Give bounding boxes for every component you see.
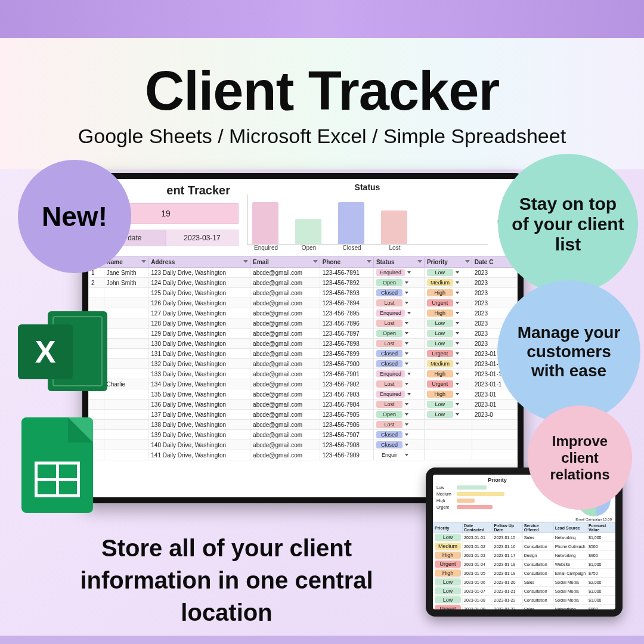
priority-pill[interactable]: High	[435, 552, 461, 559]
priority-pill[interactable]: Low	[427, 401, 453, 408]
priority-pill[interactable]: Low	[427, 330, 453, 337]
table-row[interactable]: Low2023-01-012023-01-15SalesNetworking$1…	[434, 533, 615, 542]
chevron-down-icon[interactable]	[456, 352, 459, 355]
chevron-down-icon[interactable]	[405, 332, 408, 335]
priority-pill[interactable]: High	[427, 391, 453, 398]
col-header[interactable]: Service Offered	[522, 523, 553, 533]
priority-pill[interactable]: Urgent	[427, 350, 453, 357]
chevron-down-icon[interactable]	[405, 454, 408, 456]
col-header[interactable]: Email	[250, 257, 320, 268]
status-pill[interactable]: Enquired	[376, 370, 405, 377]
priority-pill[interactable]: Low	[435, 596, 461, 603]
table-row[interactable]: 131 Daily Drive, Washingtonabcde@gmail.c…	[89, 349, 518, 359]
table-row[interactable]: 132 Daily Drive, Washingtonabcde@gmail.c…	[89, 359, 518, 369]
filter-icon[interactable]	[417, 260, 422, 263]
chevron-down-icon[interactable]	[405, 352, 408, 355]
status-pill[interactable]: Lost	[376, 401, 402, 408]
chevron-down-icon[interactable]	[407, 373, 411, 375]
priority-pill[interactable]: Low	[427, 269, 453, 276]
table-row[interactable]: Medium2023-01-022023-01-16ConsultationPh…	[434, 542, 615, 551]
table-row[interactable]: Low2023-01-082023-01-22ConsultationSocia…	[434, 596, 615, 605]
priority-pill[interactable]: Urgent	[427, 299, 453, 306]
priority-pill[interactable]: Low	[435, 578, 461, 586]
priority-pill[interactable]: Medium	[427, 360, 453, 367]
priority-pill[interactable]: High	[427, 289, 453, 296]
col-header[interactable]: Follow Up Date	[493, 523, 522, 533]
table-row[interactable]: 128 Daily Drive, Washingtonabcde@gmail.c…	[89, 318, 518, 329]
chevron-down-icon[interactable]	[456, 302, 459, 304]
priority-pill[interactable]: Low	[427, 340, 453, 347]
chevron-down-icon[interactable]	[456, 271, 459, 274]
col-header[interactable]: Priority	[434, 523, 463, 533]
col-header[interactable]: Date Contacted	[463, 523, 493, 533]
chevron-down-icon[interactable]	[456, 312, 459, 314]
table-row[interactable]: 126 Daily Drive, Washingtonabcde@gmail.c…	[89, 298, 518, 308]
col-header[interactable]: Forecast Value	[587, 523, 615, 533]
table-row[interactable]: 2John Smith124 Daily Drive, Washingtonab…	[89, 278, 518, 288]
table-row[interactable]: 12Charlie134 Daily Drive, Washingtonabcd…	[89, 379, 518, 389]
priority-pill[interactable]: Urgent	[427, 380, 453, 388]
priority-pill[interactable]: Urgent	[435, 605, 461, 609]
table-row[interactable]: 136 Daily Drive, Washingtonabcde@gmail.c…	[89, 400, 518, 410]
priority-pill[interactable]: High	[435, 569, 461, 577]
table-row[interactable]: 138 Daily Drive, Washingtonabcde@gmail.c…	[89, 420, 518, 430]
priority-pill[interactable]: Low	[435, 534, 461, 541]
chevron-down-icon[interactable]	[405, 423, 408, 426]
table-row[interactable]: 127 Daily Drive, Washingtonabcde@gmail.c…	[89, 308, 518, 318]
status-pill[interactable]: Enquir	[376, 451, 402, 459]
chevron-down-icon[interactable]	[456, 403, 459, 405]
table-row[interactable]: Urgent2023-01-042023-01-18ConsultationWe…	[434, 560, 615, 569]
table-row[interactable]: High2023-01-032023-01-17DesignNetworking…	[434, 551, 615, 560]
chevron-down-icon[interactable]	[456, 363, 459, 365]
status-pill[interactable]: Lost	[376, 320, 402, 327]
status-pill[interactable]: Lost	[376, 421, 402, 428]
priority-pill[interactable]: Low	[427, 320, 453, 327]
chevron-down-icon[interactable]	[456, 373, 459, 375]
table-row[interactable]: 133 Daily Drive, Washingtonabcde@gmail.c…	[89, 369, 518, 379]
table-row[interactable]: Low2023-01-062023-01-20SalesSocial Media…	[434, 578, 615, 587]
status-pill[interactable]: Lost	[376, 340, 402, 347]
filter-icon[interactable]	[367, 260, 371, 263]
status-pill[interactable]: Open	[376, 279, 402, 286]
chevron-down-icon[interactable]	[405, 322, 408, 324]
status-pill[interactable]: Lost	[376, 380, 402, 388]
chevron-down-icon[interactable]	[405, 342, 408, 345]
col-header[interactable]: Status	[373, 257, 424, 268]
priority-pill[interactable]: Medium	[427, 279, 453, 286]
chevron-down-icon[interactable]	[456, 393, 459, 395]
priority-pill[interactable]: Medium	[435, 543, 461, 550]
chevron-down-icon[interactable]	[407, 393, 411, 395]
table-row[interactable]: 1Jane Smith123 Daily Drive, Washingtonab…	[89, 268, 518, 278]
chevron-down-icon[interactable]	[405, 281, 408, 284]
filter-icon[interactable]	[243, 260, 248, 263]
status-pill[interactable]: Closed	[376, 360, 402, 367]
chevron-down-icon[interactable]	[405, 413, 408, 416]
status-pill[interactable]: Enquired	[376, 269, 405, 276]
status-pill[interactable]: Enquired	[376, 391, 405, 398]
table-row[interactable]: 130 Daily Drive, Washingtonabcde@gmail.c…	[89, 339, 518, 349]
filter-icon[interactable]	[465, 260, 470, 263]
col-header[interactable]: Priority	[424, 257, 472, 268]
status-pill[interactable]: Enquired	[376, 309, 405, 317]
chevron-down-icon[interactable]	[405, 302, 408, 304]
status-pill[interactable]: Closed	[376, 431, 402, 438]
priority-pill[interactable]: High	[427, 309, 453, 317]
status-pill[interactable]: Open	[376, 411, 402, 418]
table-row[interactable]: 137 Daily Drive, Washingtonabcde@gmail.c…	[89, 410, 518, 420]
chevron-down-icon[interactable]	[405, 383, 408, 385]
chevron-down-icon[interactable]	[456, 322, 459, 324]
table-row[interactable]: 125 Daily Drive, Washingtonabcde@gmail.c…	[89, 288, 518, 298]
table-row[interactable]: 140 Daily Drive, Washingtonabcde@gmail.c…	[89, 440, 518, 450]
priority-pill[interactable]: Low	[427, 411, 453, 418]
status-pill[interactable]: Lost	[376, 299, 402, 306]
priority-pill[interactable]: Urgent	[435, 561, 461, 568]
col-header[interactable]: Phone	[320, 257, 373, 268]
priority-pill[interactable]: High	[427, 370, 453, 377]
status-pill[interactable]: Open	[376, 330, 402, 337]
table-row[interactable]: 141 Daily Drive, Washingtonabcde@gmail.c…	[89, 450, 518, 460]
chevron-down-icon[interactable]	[456, 281, 459, 284]
chevron-down-icon[interactable]	[456, 332, 459, 335]
table-row[interactable]: 135 Daily Drive, Washingtonabcde@gmail.c…	[89, 389, 518, 400]
status-pill[interactable]: Closed	[376, 289, 402, 296]
filter-icon[interactable]	[313, 260, 318, 263]
